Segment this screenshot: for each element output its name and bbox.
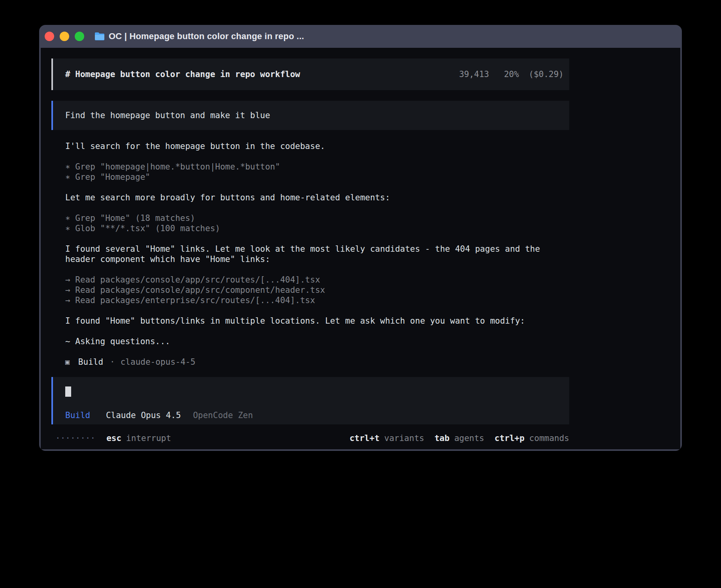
assistant-text: I found several "Home" links. Let me loo… (65, 244, 555, 264)
terminal-window: OC | Homepage button color change in rep… (39, 25, 682, 451)
agent-name: Build (78, 357, 103, 367)
tool-call-read: → Read packages/enterprise/src/routes/[.… (65, 295, 569, 305)
variants-key-hint: ctrl+t (349, 433, 379, 443)
assistant-text: I found "Home" buttons/links in multiple… (65, 316, 555, 326)
assistant-text: Let me search more broadly for buttons a… (65, 192, 555, 203)
agents-key-hint: tab (434, 433, 449, 443)
tool-call-group: → Read packages/console/app/src/routes/[… (65, 275, 569, 305)
tool-call-group: ∗ Grep "homepage|home.*button|Home.*butt… (65, 162, 569, 182)
titlebar[interactable]: OC | Homepage button color change in rep… (41, 25, 680, 48)
agent-mode-label: Build (65, 411, 90, 420)
terminal-content: # Homepage button color change in repo w… (41, 48, 680, 449)
tool-call-read: → Read packages/console/app/src/routes/[… (65, 275, 569, 285)
traffic-lights (41, 32, 84, 41)
commands-key-hint: ctrl+p (495, 433, 525, 443)
agent-separator: · (110, 357, 115, 367)
context-percent: 20% (504, 70, 519, 79)
commands-key-label: commands (529, 433, 569, 443)
status-bar: ········ esc interrupt ctrl+t variants t… (51, 433, 569, 443)
window-title: OC | Homepage button color change in rep… (109, 31, 304, 41)
model-label: Claude Opus 4.5 (106, 411, 181, 420)
minimize-button[interactable] (60, 32, 69, 41)
agent-model: claude-opus-4-5 (121, 357, 196, 367)
session-cost: ($0.29) (528, 70, 564, 79)
agent-status: ▣ Build · claude-opus-4-5 (65, 357, 569, 367)
variants-key-label: variants (384, 433, 424, 443)
folder-icon (94, 32, 105, 41)
title-group: OC | Homepage button color change in rep… (94, 31, 304, 41)
asking-questions-status: ~ Asking questions... (65, 336, 555, 347)
input-status-row: Build Claude Opus 4.5 OpenCode Zen (65, 410, 557, 420)
close-button[interactable] (45, 32, 54, 41)
status-bar-right: ctrl+t variants tab agents ctrl+p comman… (349, 433, 569, 443)
agents-key-label: agents (454, 433, 484, 443)
session-stats: 39,413 20% ($0.29) (459, 69, 564, 79)
tool-call-grep: ∗ Grep "homepage|home.*button|Home.*butt… (65, 162, 569, 172)
zoom-button[interactable] (75, 32, 84, 41)
user-message-text: Find the homepage button and make it blu… (65, 110, 270, 121)
session-column: # Homepage button color change in repo w… (51, 58, 569, 443)
tool-call-read: → Read packages/console/app/src/componen… (65, 285, 569, 295)
text-cursor (65, 386, 71, 397)
tool-call-grep: ∗ Grep "Homepage" (65, 172, 569, 182)
user-message: Find the homepage button and make it blu… (51, 101, 569, 130)
session-title: # Homepage button color change in repo w… (65, 69, 300, 79)
spinner-dots: ········ (55, 433, 95, 443)
provider-label: OpenCode Zen (193, 411, 253, 420)
status-bar-left: ········ esc interrupt (55, 433, 171, 443)
agent-icon: ▣ (65, 357, 70, 367)
assistant-text: I'll search for the homepage button in t… (65, 141, 555, 151)
session-header: # Homepage button color change in repo w… (51, 58, 569, 90)
esc-key-hint: esc (106, 433, 121, 443)
prompt-input[interactable]: Build Claude Opus 4.5 OpenCode Zen (51, 377, 569, 424)
tool-call-glob: ∗ Glob "**/*.tsx" (100 matches) (65, 223, 569, 234)
tool-call-group: ∗ Grep "Home" (18 matches) ∗ Glob "**/*.… (65, 213, 569, 234)
esc-key-label: interrupt (126, 433, 171, 443)
tool-call-grep: ∗ Grep "Home" (18 matches) (65, 213, 569, 223)
token-count: 39,413 (459, 70, 489, 79)
